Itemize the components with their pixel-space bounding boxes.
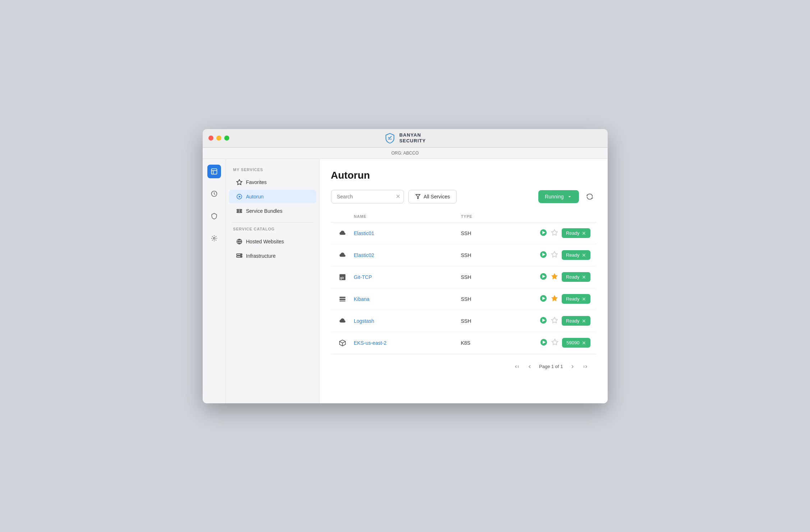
service-type: SSH: [461, 274, 533, 280]
next-page-button[interactable]: [567, 362, 577, 372]
filter-icon: [415, 194, 421, 200]
service-name[interactable]: Git-TCP: [354, 274, 461, 280]
last-page-button[interactable]: [580, 362, 590, 372]
logo-icon: [384, 132, 396, 144]
favorite-star[interactable]: [551, 251, 558, 260]
minimize-button[interactable]: [216, 136, 221, 141]
search-input[interactable]: [331, 190, 404, 203]
service-icon-cloud: [337, 315, 348, 327]
service-type: K8S: [461, 340, 533, 346]
sidebar-item-favorites[interactable]: Favorites: [229, 175, 316, 189]
maximize-button[interactable]: [224, 136, 229, 141]
first-page-button[interactable]: [512, 362, 522, 372]
service-name[interactable]: Elastic02: [354, 252, 461, 258]
play-button[interactable]: [539, 316, 547, 326]
sidebar-item-service-bundles[interactable]: Service Bundles: [229, 204, 316, 218]
filter-label: All Services: [424, 194, 450, 200]
running-button[interactable]: Running: [538, 190, 579, 203]
logo-text: BANYANSECURITY: [399, 132, 426, 143]
first-page-icon: [514, 364, 520, 370]
table-row: git Git-TCP SSH: [331, 266, 596, 288]
sidebar-hosted-label: Hosted Websites: [246, 239, 284, 244]
table-row: Kibana SSH Ready: [331, 288, 596, 310]
service-actions: Ready ✕: [533, 250, 590, 260]
page-info: Page 1 of 1: [538, 364, 565, 369]
play-circle-icon: [236, 193, 243, 200]
app-body: MY SERVICES Favorites Autorun: [203, 159, 608, 403]
favorite-star[interactable]: [551, 339, 558, 347]
service-type: SSH: [461, 230, 533, 236]
svg-rect-0: [211, 169, 217, 174]
svg-line-40: [342, 341, 345, 343]
svg-rect-31: [339, 299, 345, 300]
favorite-star[interactable]: [551, 229, 558, 238]
bundles-icon: [236, 208, 243, 214]
service-actions: Ready ✕: [533, 294, 590, 304]
svg-marker-44: [552, 339, 558, 345]
main-content: Autorun ✕ All Services Running: [319, 159, 608, 403]
play-button[interactable]: [539, 251, 547, 260]
svg-rect-8: [237, 209, 242, 210]
status-badge: Ready ✕: [562, 272, 590, 282]
prev-page-icon: [527, 364, 533, 370]
badge-close[interactable]: ✕: [582, 340, 586, 345]
service-name[interactable]: Logstash: [354, 318, 461, 324]
sidebar-bundles-label: Service Bundles: [246, 208, 282, 214]
nav-services-icon[interactable]: [207, 165, 221, 178]
status-badge: Ready ✕: [562, 294, 590, 304]
org-bar: ORG: ABCCO: [203, 148, 608, 159]
favorite-star[interactable]: [551, 273, 558, 281]
status-badge: Ready ✕: [562, 316, 590, 326]
play-button[interactable]: [539, 272, 547, 282]
favorite-star[interactable]: [551, 317, 558, 325]
service-name[interactable]: Kibana: [354, 296, 461, 302]
service-icon-cloud: [337, 249, 348, 261]
svg-rect-9: [237, 211, 242, 212]
badge-close[interactable]: ✕: [582, 253, 586, 258]
prev-page-button[interactable]: [525, 362, 535, 372]
nav-settings-icon[interactable]: [207, 231, 221, 245]
sidebar-item-hosted-websites[interactable]: Hosted Websites: [229, 235, 316, 248]
sidebar: MY SERVICES Favorites Autorun: [226, 159, 319, 403]
service-icon-cloud: [337, 228, 348, 239]
status-badge: 59090 ✕: [562, 338, 590, 348]
nav-dashboard-icon[interactable]: [207, 187, 221, 201]
play-button[interactable]: [539, 294, 547, 304]
service-type: SSH: [461, 318, 533, 324]
svg-marker-35: [552, 295, 558, 301]
badge-close[interactable]: ✕: [582, 318, 586, 324]
svg-text:git: git: [340, 276, 344, 279]
sidebar-item-infrastructure[interactable]: Infrastructure: [229, 249, 316, 263]
search-clear-icon[interactable]: ✕: [396, 193, 400, 200]
service-actions: Ready ✕: [533, 228, 590, 238]
table-row: Elastic02 SSH Ready: [331, 244, 596, 266]
refresh-button[interactable]: [583, 190, 596, 203]
badge-close[interactable]: ✕: [582, 297, 586, 302]
pagination: Page 1 of 1: [331, 354, 596, 379]
search-box: ✕: [331, 190, 404, 203]
badge-close[interactable]: ✕: [582, 275, 586, 280]
favorite-star[interactable]: [551, 295, 558, 303]
nav-shield-icon[interactable]: [207, 209, 221, 223]
col-type-header: TYPE: [461, 214, 533, 219]
svg-marker-24: [552, 251, 558, 257]
sidebar-divider: [232, 222, 313, 223]
titlebar: BANYANSECURITY: [203, 129, 608, 148]
close-button[interactable]: [208, 136, 213, 141]
play-button[interactable]: [540, 338, 548, 348]
refresh-icon: [586, 193, 593, 200]
svg-marker-7: [239, 196, 240, 198]
service-name[interactable]: Elastic01: [354, 230, 461, 236]
svg-point-17: [240, 256, 241, 257]
table-row: Elastic01 SSH Ready: [331, 223, 596, 244]
service-name[interactable]: EKS-us-east-2: [354, 340, 461, 346]
badge-close[interactable]: ✕: [582, 231, 586, 236]
svg-marker-29: [552, 273, 558, 279]
col-name-header: NAME: [354, 214, 461, 219]
svg-marker-5: [236, 179, 242, 184]
chevron-down-icon: [567, 194, 572, 200]
table-row: EKS-us-east-2 K8S 5: [331, 332, 596, 354]
sidebar-item-autorun[interactable]: Autorun: [229, 190, 316, 203]
filter-button[interactable]: All Services: [408, 190, 457, 203]
play-button[interactable]: [539, 229, 547, 238]
